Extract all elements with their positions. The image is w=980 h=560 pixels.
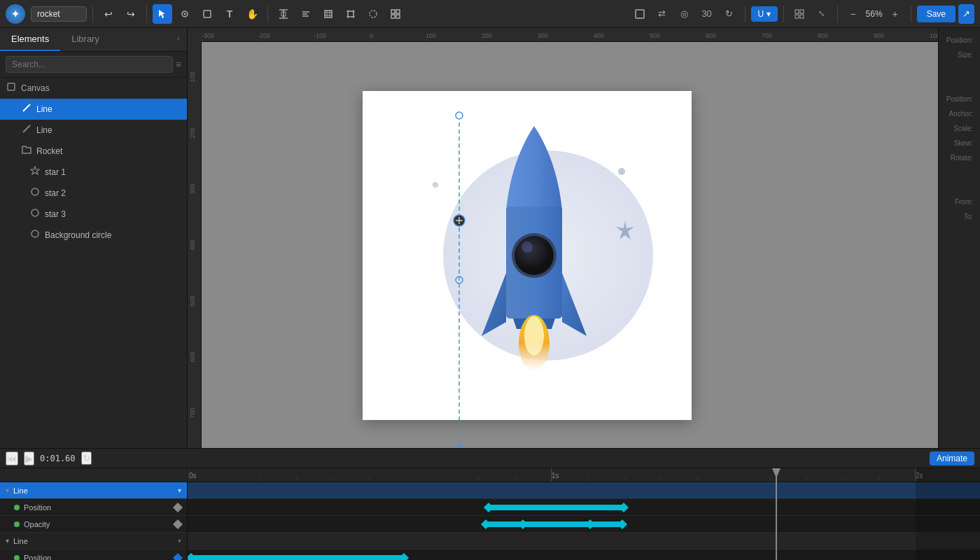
left-panel: Elements Library ‹ ≡ Canvas Line xyxy=(0,28,188,448)
layer-item-star3[interactable]: star 3 xyxy=(0,204,187,225)
app-logo[interactable]: ✦ xyxy=(6,4,25,24)
layer-label-star1: star 1 xyxy=(45,167,178,177)
track-row-position1: Position xyxy=(0,499,187,516)
layer-label-star2: star 2 xyxy=(45,188,178,198)
layer-item-rocket[interactable]: Rocket xyxy=(0,141,187,162)
layer-label-star3: star 3 xyxy=(45,209,178,219)
panel-collapse-button[interactable]: ‹ xyxy=(170,28,187,51)
line2-icon xyxy=(21,124,32,136)
position2-kf-start[interactable] xyxy=(188,553,196,560)
save-button[interactable]: Save xyxy=(917,6,955,22)
grid-button[interactable] xyxy=(790,4,809,24)
transform-tool-button[interactable] xyxy=(274,4,293,24)
effects-button[interactable]: ◎ xyxy=(675,4,694,24)
zoom-display: − 56% + xyxy=(844,4,905,24)
svg-point-12 xyxy=(347,10,349,12)
track-dropdown-line2[interactable]: ▾ xyxy=(178,537,181,545)
text-tool-button[interactable]: T xyxy=(220,4,239,24)
list-options-button[interactable]: ≡ xyxy=(176,59,181,70)
publish-button[interactable]: ↗ xyxy=(958,4,974,24)
align-tool-button[interactable] xyxy=(296,4,316,24)
right-anchor-label: Anchor: xyxy=(941,107,977,120)
svg-text:200: 200 xyxy=(482,32,492,39)
svg-rect-6 xyxy=(325,10,332,18)
svg-point-71 xyxy=(524,316,544,356)
position1-bar xyxy=(489,505,625,510)
svg-rect-23 xyxy=(800,10,804,13)
track-row-line2-group[interactable]: ▾ Line ▾ xyxy=(0,533,187,550)
layer-item-star2[interactable]: star 2 xyxy=(0,183,187,204)
right-rotate-label: Rotate: xyxy=(941,151,977,164)
search-input[interactable] xyxy=(6,56,173,73)
svg-marker-29 xyxy=(31,167,39,174)
project-name-input[interactable] xyxy=(31,6,87,22)
canvas-area[interactable]: -300 -200 -100 0 100 200 300 400 500 600… xyxy=(188,28,938,448)
hand-tool-button[interactable]: ✋ xyxy=(242,4,262,24)
undo-button[interactable]: ↩ xyxy=(99,4,118,24)
panel-tabs: Elements Library ‹ xyxy=(0,28,187,52)
layer-item-bgcircle[interactable]: Background circle xyxy=(0,225,187,246)
rocket-folder-icon xyxy=(21,145,32,157)
star-decoration xyxy=(611,217,639,245)
track-ruler-placeholder xyxy=(0,468,187,482)
shape-tool-button[interactable] xyxy=(197,4,217,24)
layer-item-line2[interactable]: Line xyxy=(0,120,187,141)
svg-text:800: 800 xyxy=(818,32,828,39)
star1-icon xyxy=(29,166,41,178)
frame-tool-button[interactable] xyxy=(318,4,338,24)
svg-text:400: 400 xyxy=(189,239,196,250)
right-size-label: Size: xyxy=(941,48,977,62)
zoom-out-button[interactable]: − xyxy=(844,4,863,24)
crop-tool-button[interactable] xyxy=(341,4,360,24)
mask-tool-button[interactable] xyxy=(363,4,383,24)
zoom-in-button[interactable]: + xyxy=(886,4,905,24)
opacity1-bar xyxy=(486,522,622,527)
toolbar-divider-6 xyxy=(837,6,838,22)
layer-item-star1[interactable]: star 1 xyxy=(0,162,187,183)
redo-button[interactable]: ↪ xyxy=(121,4,141,24)
rotate30b-button[interactable]: ↻ xyxy=(720,4,739,24)
canvas-viewport[interactable]: › xyxy=(202,42,938,448)
svg-text:1000: 1000 xyxy=(930,32,938,39)
svg-text:600: 600 xyxy=(706,32,716,39)
underline-button[interactable]: U ▾ xyxy=(751,6,778,22)
canvas-icon xyxy=(6,82,17,94)
svg-text:100: 100 xyxy=(426,32,436,39)
flip-button[interactable]: ⇄ xyxy=(652,4,672,24)
track-diamond-position1[interactable] xyxy=(173,502,183,512)
svg-text:200: 200 xyxy=(189,127,196,138)
timeline-tracks: ▾ Line ▾ Position Opacity ▾ Line ▾ xyxy=(0,468,980,560)
track-dot-position2 xyxy=(14,555,20,561)
resize-button[interactable]: ⤡ xyxy=(812,4,832,24)
timeline-loop-button[interactable]: ↻ xyxy=(81,451,92,465)
timeline-play-button[interactable]: ▶ xyxy=(24,451,34,465)
toolbar-divider-7 xyxy=(911,6,911,22)
svg-point-13 xyxy=(353,10,355,12)
canvas-right-arrow[interactable]: › xyxy=(928,238,932,253)
layer-item-line1[interactable]: Line xyxy=(0,99,187,120)
pen-tool-button[interactable] xyxy=(175,4,195,24)
select-tool-button[interactable] xyxy=(153,4,172,24)
rotate30a-button[interactable]: 30 xyxy=(697,4,717,24)
track-diamond-opacity1[interactable] xyxy=(173,519,183,528)
group-tool-button[interactable] xyxy=(386,4,405,24)
tab-elements[interactable]: Elements xyxy=(0,28,60,51)
toolbar-divider-2 xyxy=(146,6,147,22)
animate-button[interactable]: Animate xyxy=(930,451,974,465)
preview-button[interactable] xyxy=(630,4,650,24)
layer-item-canvas[interactable]: Canvas xyxy=(0,78,187,99)
timeline-rewind-button[interactable]: ⏮ xyxy=(6,451,18,465)
toolbar-divider-1 xyxy=(92,6,93,22)
position2-kf-end[interactable] xyxy=(399,553,409,560)
track-diamond-position2[interactable] xyxy=(173,552,183,560)
svg-text:600: 600 xyxy=(189,351,196,362)
playhead[interactable] xyxy=(776,468,777,560)
track-expand-line2[interactable]: ▾ xyxy=(6,537,9,545)
track-expand-line1[interactable]: ▾ xyxy=(6,486,9,494)
timeline-area: ⏮ ▶ 0:01.60 ↻ Animate ▾ Line ▾ Position xyxy=(0,448,980,560)
svg-text:400: 400 xyxy=(594,32,604,39)
svg-rect-20 xyxy=(396,15,400,18)
track-row-line1-group[interactable]: ▾ Line ▾ xyxy=(0,482,187,499)
track-dropdown-line1[interactable]: ▾ xyxy=(178,486,181,494)
tab-library[interactable]: Library xyxy=(60,28,111,51)
